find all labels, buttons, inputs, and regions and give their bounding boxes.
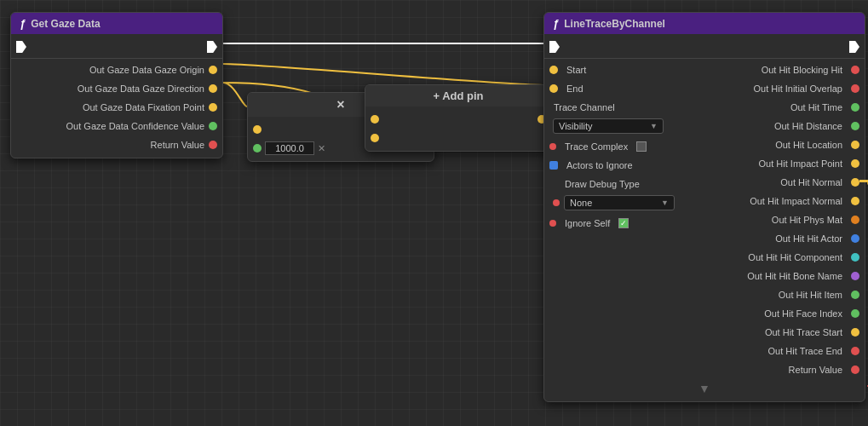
pin-add-in1[interactable] [371, 115, 379, 124]
pin-trace-complex[interactable] [549, 143, 556, 150]
trace-exec-out[interactable] [849, 41, 859, 53]
add-row2 [365, 129, 551, 147]
label-trace-start: Out Hit Trace Start [765, 327, 842, 337]
out-face-index: Out Hit Face Index [755, 304, 865, 323]
label-impact-point: Out Hit Impact Point [759, 158, 842, 169]
pin-draw-debug [549, 181, 556, 187]
pin-initial-overlap[interactable] [851, 84, 859, 93]
label-draw-debug: Draw Debug Type [565, 179, 640, 189]
pin-mul-in1[interactable] [253, 125, 262, 134]
label-face-index: Out Hit Face Index [764, 308, 842, 319]
pin-face-index[interactable] [851, 309, 859, 318]
actors-ignore-row: Actors to Ignore [544, 156, 704, 175]
pin-hit-component[interactable] [851, 253, 859, 262]
label-hit-actor: Out Hit Hit Actor [775, 233, 842, 244]
add-pin-header: + Add pin [365, 85, 551, 106]
pin-trace-end[interactable] [851, 347, 859, 355]
trace-end-row: End [544, 79, 704, 98]
draw-debug-label-row: Draw Debug Type [544, 175, 704, 193]
out-trace-start: Out Hit Trace Start [756, 323, 865, 342]
pin-impact-point[interactable] [851, 159, 859, 168]
add-pin-body [365, 106, 551, 151]
label-initial-overlap: Out Hit Initial Overlap [753, 83, 842, 94]
out-hit-component: Out Hit Hit Component [739, 248, 865, 267]
pin-hit-normal[interactable] [851, 178, 859, 187]
pin-trace-start[interactable] [851, 328, 859, 337]
trace-exec-in[interactable] [549, 41, 560, 53]
add-pin-node: + Add pin [365, 84, 552, 152]
label-actors-ignore: Actors to Ignore [566, 160, 633, 170]
out-hit-time: Out Hit Time [781, 98, 865, 117]
ignore-self-row: Ignore Self ✓ [544, 214, 704, 233]
draw-debug-arrow: ▼ [661, 199, 669, 207]
draw-debug-dropdown[interactable]: None ▼ [564, 195, 675, 210]
pin-fixation[interactable] [209, 103, 217, 112]
pin-hit-location[interactable] [851, 141, 859, 149]
pin-hit-actor[interactable] [851, 234, 859, 243]
label-ignore-self: Ignore Self [565, 218, 610, 228]
pin-label-fixation: Out Gaze Data Fixation Point [83, 102, 204, 112]
out-blocking-hit: Out Hit Blocking Hit [752, 60, 865, 79]
pin-confidence[interactable] [209, 122, 217, 130]
pin-phys-mat[interactable] [851, 216, 859, 224]
pin-row-origin: Out Gaze Data Gaze Origin [11, 60, 222, 79]
pin-draw-debug-dot[interactable] [553, 199, 560, 206]
trace-channel-dropdown[interactable]: Visibility ▼ [553, 118, 664, 134]
pin-hit-time[interactable] [851, 103, 859, 112]
pin-hit-item[interactable] [851, 291, 859, 299]
pin-trace-return[interactable] [851, 366, 859, 374]
out-initial-overlap: Out Hit Initial Overlap [744, 79, 865, 98]
label-impact-normal: Out Hit Impact Normal [750, 196, 842, 206]
pin-start[interactable] [549, 66, 558, 74]
pin-hit-distance[interactable] [851, 122, 859, 130]
label-trace-end: Out Hit Trace End [768, 346, 842, 356]
pin-end[interactable] [549, 84, 558, 93]
add-pin-title: + Add pin [433, 89, 483, 102]
trace-two-col: Start End Trace Channel Visibility [544, 60, 865, 379]
label-hit-time: Out Hit Time [790, 102, 842, 112]
func-icon: ƒ [20, 17, 26, 30]
pin-origin[interactable] [209, 66, 217, 74]
trace-channel-value: Visibility [559, 121, 593, 131]
label-hit-distance: Out Hit Distance [774, 121, 842, 131]
out-hit-item: Out Hit Hit Item [769, 285, 865, 304]
pin-label-return: Return Value [151, 140, 204, 150]
gaze-node-title: Get Gaze Data [31, 18, 100, 30]
out-return-value: Return Value [779, 360, 865, 379]
pin-direction[interactable] [209, 84, 217, 93]
label-hit-normal: Out Hit Normal [780, 177, 842, 187]
label-trace-complex: Trace Complex [565, 141, 628, 152]
pin-impact-normal[interactable] [851, 197, 859, 205]
out-hit-normal: Out Hit Normal [771, 173, 865, 192]
pin-mul-in2[interactable] [253, 144, 262, 153]
pin-bone-name[interactable] [851, 272, 859, 280]
ignore-self-checkbox[interactable]: ✓ [618, 218, 629, 228]
pin-row-direction: Out Gaze Data Gaze Direction [11, 79, 222, 98]
out-phys-mat: Out Hit Phys Mat [762, 210, 865, 229]
label-phys-mat: Out Hit Phys Mat [772, 215, 842, 225]
value-1000[interactable]: 1000.0 [265, 141, 314, 155]
pin-ignore-self[interactable] [549, 220, 556, 227]
location-wire-end [859, 180, 868, 182]
gaze-data-node: ƒ Get Gaze Data Out Gaze Data Gaze Origi… [10, 12, 223, 158]
exec-in-pin[interactable] [16, 41, 26, 53]
pin-return[interactable] [209, 141, 217, 149]
trace-complex-row: Trace Complex [544, 137, 704, 156]
label-hit-location: Out Hit Location [775, 140, 842, 150]
pin-label-confidence: Out Gaze Data Confidence Value [66, 121, 204, 131]
exec-out-pin[interactable] [207, 41, 217, 53]
divider [11, 58, 222, 59]
trace-channel-dropdown-row: Visibility ▼ [544, 117, 704, 137]
trace-node-title: LineTraceByChannel [564, 18, 665, 30]
pin-add-in2[interactable] [371, 134, 379, 142]
trace-complex-checkbox[interactable] [636, 141, 647, 152]
scroll-indicator[interactable]: ▼ [544, 379, 865, 398]
pin-blocking-hit[interactable] [851, 66, 859, 74]
draw-debug-dropdown-row: None ▼ [544, 193, 704, 214]
pin-actors-ignore[interactable] [549, 161, 558, 170]
label-blocking-hit: Out Hit Blocking Hit [762, 65, 842, 75]
label-trace-channel: Trace Channel [554, 102, 615, 112]
line-trace-node: ƒ LineTraceByChannel Start [543, 12, 865, 402]
out-impact-normal: Out Hit Impact Normal [740, 192, 865, 210]
close-icon[interactable]: ✕ [318, 143, 325, 154]
